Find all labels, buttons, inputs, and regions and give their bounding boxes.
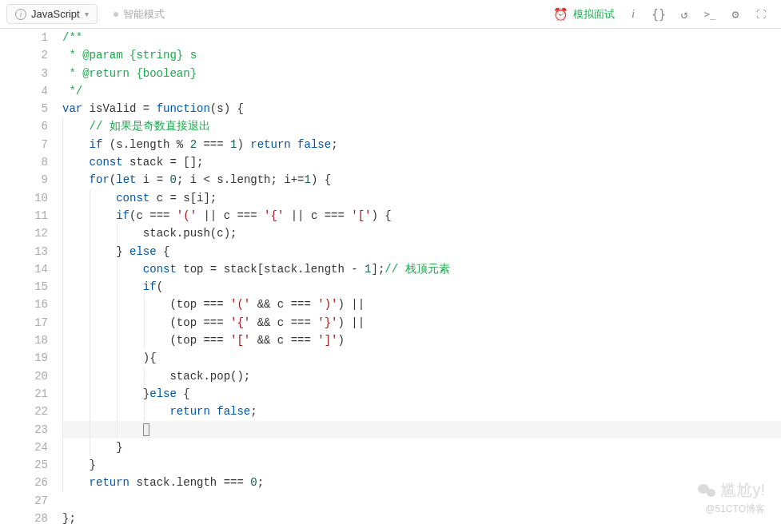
code-line[interactable]: (top === '{' && c === '}') || [62,314,781,332]
indent-guide [117,296,118,313]
line-number: 13 [0,243,48,260]
indent-guide [90,332,90,349]
line-number: 26 [0,474,48,491]
code-line[interactable]: const c = s[i]; [62,189,781,207]
indent-guide [62,296,63,313]
code-line[interactable] [62,492,781,510]
code-line[interactable]: /** [62,29,781,46]
line-number: 3 [0,65,48,82]
code-line[interactable]: }else { [62,385,781,403]
code-line[interactable]: * @param {string} s [62,46,781,64]
line-number-gutter: 1234567891011121314151617181920212223242… [0,29,62,527]
indent-guide [62,189,63,207]
line-number: 10 [0,189,48,207]
code-line[interactable]: * @return {boolean} [62,65,781,82]
wechat-icon [698,482,715,498]
mock-interview-button[interactable]: ⏰ 模拟面试 [553,7,615,22]
code-line[interactable]: if (s.length % 2 === 1) return false; [62,136,781,153]
code-line[interactable]: }; [62,510,781,527]
code-line[interactable]: } [62,439,781,456]
line-number: 2 [0,46,48,64]
indent-guide [62,278,63,296]
line-number: 22 [0,403,48,420]
indent-guide [90,367,90,385]
info-icon-button[interactable]: i [626,7,640,21]
toolbar-right: ⏰ 模拟面试 i {} ↺ >_ ⚙ ⛶ [553,7,775,22]
code-line[interactable]: if(c === '(' || c === '{' || c === '[') … [62,207,781,224]
indent-guide [90,349,90,367]
indent-guide [90,296,90,313]
indent-guide [117,314,118,332]
indent-guide [62,314,63,332]
indent-guide [62,260,63,278]
indent-guide [62,136,63,153]
indent-guide [62,456,63,474]
code-line[interactable] [62,421,781,439]
editor-toolbar: i JavaScript ▾ 智能模式 ⏰ 模拟面试 i {} ↺ >_ ⚙ ⛶ [0,0,781,29]
line-number: 4 [0,82,48,100]
indent-guide [62,243,63,260]
code-line[interactable]: const stack = []; [62,153,781,171]
code-line[interactable]: } [62,456,781,474]
smart-mode-toggle[interactable]: 智能模式 [114,7,165,22]
toolbar-left: i JavaScript ▾ 智能模式 [6,4,165,24]
code-line[interactable]: return false; [62,403,781,420]
code-editor[interactable]: 1234567891011121314151617181920212223242… [0,29,781,527]
line-number: 1 [0,29,48,46]
code-line[interactable]: (top === '(' && c === ')') || [62,296,781,313]
braces-icon[interactable]: {} [651,7,666,22]
indent-guide [117,403,118,420]
indent-guide [117,349,118,367]
indent-guide [90,207,90,224]
mock-interview-label: 模拟面试 [573,7,615,22]
indent-guide [144,332,145,349]
indent-guide [62,207,63,224]
cursor [143,423,149,436]
language-label: JavaScript [31,8,80,20]
indent-guide [117,332,118,349]
terminal-icon[interactable]: >_ [703,9,717,20]
code-line[interactable]: ){ [62,349,781,367]
code-line[interactable]: stack.push(c); [62,224,781,242]
code-line[interactable]: */ [62,82,781,100]
settings-icon[interactable]: ⚙ [728,7,743,22]
indent-guide [62,403,63,420]
code-line[interactable]: stack.pop(); [62,367,781,385]
indent-guide [90,385,90,403]
line-number: 27 [0,492,48,510]
undo-icon[interactable]: ↺ [677,7,691,22]
code-line[interactable]: for(let i = 0; i < s.length; i+=1) { [62,171,781,189]
watermark-sub: @51CTO博客 [705,502,765,516]
language-selector[interactable]: i JavaScript ▾ [6,4,98,24]
indent-guide [90,439,90,456]
smart-mode-label: 智能模式 [123,7,165,22]
code-line[interactable]: if( [62,278,781,296]
indent-guide [117,224,118,242]
fullscreen-icon[interactable]: ⛶ [754,9,768,20]
line-number: 24 [0,439,48,456]
line-number: 6 [0,117,48,135]
indent-guide [90,314,90,332]
code-line[interactable]: (top === '[' && c === ']') [62,332,781,349]
code-line[interactable]: const top = stack[stack.length - 1];// 栈… [62,260,781,278]
dot-icon [114,12,118,17]
indent-guide [117,421,118,439]
line-number: 17 [0,314,48,332]
line-number: 12 [0,224,48,242]
line-number: 11 [0,207,48,224]
line-number: 20 [0,367,48,385]
code-line[interactable]: return stack.length === 0; [62,474,781,491]
line-number: 7 [0,136,48,153]
indent-guide [117,260,118,278]
indent-guide [144,403,145,420]
line-number: 23 [0,421,48,439]
indent-guide [144,296,145,313]
code-area[interactable]: /** * @param {string} s * @return {boole… [62,29,781,527]
indent-guide [62,153,63,171]
code-line[interactable]: var isValid = function(s) { [62,100,781,117]
code-line[interactable]: // 如果是奇数直接退出 [62,117,781,135]
indent-guide [62,421,63,439]
indent-guide [62,349,63,367]
code-line[interactable]: } else { [62,243,781,260]
line-number: 16 [0,296,48,313]
